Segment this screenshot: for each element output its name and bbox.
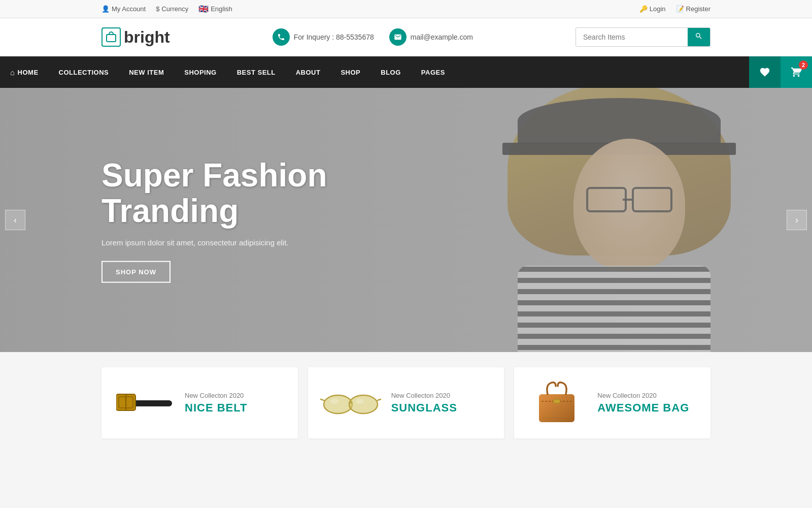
nav-label-new-item: NEW ITEM <box>129 69 164 76</box>
belt-name: NICE BELT <box>185 401 247 415</box>
nav-label-blog: BLOG <box>381 69 401 76</box>
nav-item-best-sell[interactable]: BEST SELL <box>227 59 286 85</box>
nav-item-collections[interactable]: COLLECTIONS <box>49 59 119 85</box>
sunglass-collection: New Collecton 2020 <box>391 392 457 399</box>
svg-rect-14 <box>553 399 560 403</box>
sunglass-image <box>320 377 381 428</box>
user-icon: 👤 <box>101 5 110 13</box>
hero-content: Super Fashion Tranding Lorem ipsum dolor… <box>101 157 327 283</box>
register-icon: 📝 <box>676 5 684 13</box>
cart-badge: 2 <box>799 60 808 70</box>
hero-title: Super Fashion Tranding <box>101 157 327 229</box>
product-card-sunglass[interactable]: New Collecton 2020 SUNGLASS <box>308 367 504 438</box>
account-label: My Account <box>112 5 146 13</box>
flag-icon: 🇬🇧 <box>198 4 209 14</box>
register-link[interactable]: 📝 Register <box>676 5 710 13</box>
bag-name: AWESOME BAG <box>597 401 689 415</box>
currency-link[interactable]: $ Currency <box>156 5 188 13</box>
svg-point-6 <box>349 395 378 414</box>
nav-label-about: ABOUT <box>296 69 321 76</box>
hero-subtitle: Lorem ipsum dolor sit amet, consectetur … <box>101 238 327 246</box>
nav-item-shop[interactable]: SHOP <box>330 59 370 85</box>
svg-line-8 <box>378 398 381 400</box>
featured-products: New Collecton 2020 NICE BELT <box>0 352 812 454</box>
my-account-link[interactable]: 👤 My Account <box>101 5 146 13</box>
slider-next-button[interactable]: › <box>787 210 807 230</box>
phone-contact: For Inquery : 88-5535678 <box>273 28 374 46</box>
email-label: mail@example.com <box>411 33 473 41</box>
register-label: Register <box>686 5 710 13</box>
top-bar-right: 🔑 Login 📝 Register <box>639 5 710 13</box>
sunglass-name: SUNGLASS <box>391 401 457 415</box>
phone-icon <box>273 28 290 46</box>
search-button[interactable] <box>688 28 710 46</box>
login-link[interactable]: 🔑 Login <box>639 5 666 13</box>
nav-right: 2 <box>749 56 812 88</box>
email-contact: mail@example.com <box>389 28 473 46</box>
bag-info: New Collecton 2020 AWESOME BAG <box>597 392 689 415</box>
home-icon: ⌂ <box>10 68 15 77</box>
nav-item-pages[interactable]: PAGES <box>411 59 455 85</box>
top-bar: 👤 My Account $ Currency 🇬🇧 English 🔑 Log… <box>0 0 812 18</box>
belt-image <box>114 377 175 428</box>
cart-button[interactable]: 2 <box>781 56 812 88</box>
belt-info: New Collecton 2020 NICE BELT <box>185 392 247 415</box>
hero-title-line2: Tranding <box>101 193 239 229</box>
svg-rect-0 <box>107 35 116 42</box>
wishlist-button[interactable] <box>749 56 781 88</box>
hero-slider: Super Fashion Tranding Lorem ipsum dolor… <box>0 88 812 352</box>
bag-image <box>526 377 587 428</box>
nav-label-home: HOME <box>18 69 39 76</box>
hero-title-line1: Super Fashion <box>101 157 327 194</box>
nav-label-pages: PAGES <box>421 69 445 76</box>
currency-label: Currency <box>161 5 188 13</box>
login-label: Login <box>650 5 666 13</box>
top-bar-left: 👤 My Account $ Currency 🇬🇧 English <box>101 4 232 14</box>
product-card-belt[interactable]: New Collecton 2020 NICE BELT <box>101 367 298 438</box>
svg-point-5 <box>324 395 352 414</box>
logo[interactable]: bright <box>101 27 170 47</box>
nav-item-home[interactable]: ⌂ HOME <box>0 59 49 86</box>
search-bar <box>576 27 710 47</box>
nav-label-shop: SHOP <box>341 69 360 76</box>
nav-item-new-item[interactable]: NEW ITEM <box>119 59 174 85</box>
search-input[interactable] <box>576 29 688 45</box>
phone-label: For Inquery : 88-5535678 <box>294 33 374 41</box>
header: bright For Inquery : 88-5535678 mail@exa… <box>0 18 812 56</box>
nav: ⌂ HOME COLLECTIONS NEW ITEM SHOPING BEST… <box>0 56 812 88</box>
logo-icon <box>101 27 121 47</box>
bag-collection: New Collecton 2020 <box>597 392 689 399</box>
slider-prev-button[interactable]: ‹ <box>5 210 25 230</box>
header-contact: For Inquery : 88-5535678 mail@example.co… <box>273 28 473 46</box>
product-card-bag[interactable]: New Collecton 2020 AWESOME BAG <box>514 367 710 438</box>
sunglass-info: New Collecton 2020 SUNGLASS <box>391 392 457 415</box>
nav-label-collections: COLLECTIONS <box>59 69 109 76</box>
svg-point-9 <box>330 399 339 404</box>
svg-line-7 <box>320 398 324 400</box>
svg-rect-1 <box>131 400 172 406</box>
nav-item-blog[interactable]: BLOG <box>370 59 411 85</box>
language-label: English <box>211 5 232 13</box>
email-icon <box>389 28 407 46</box>
belt-collection: New Collecton 2020 <box>185 392 247 399</box>
nav-label-best-sell: BEST SELL <box>237 69 276 76</box>
nav-item-shoping[interactable]: SHOPING <box>174 59 226 85</box>
currency-icon: $ <box>156 5 159 13</box>
logo-text: bright <box>124 28 170 47</box>
svg-point-10 <box>356 399 364 404</box>
nav-left: ⌂ HOME COLLECTIONS NEW ITEM SHOPING BEST… <box>0 59 455 86</box>
language-link[interactable]: 🇬🇧 English <box>198 4 232 14</box>
nav-item-about[interactable]: ABOUT <box>286 59 331 85</box>
nav-label-shoping: SHOPING <box>184 69 216 76</box>
hero-cta-button[interactable]: SHOP NOW <box>101 261 171 282</box>
login-icon: 🔑 <box>639 5 648 13</box>
